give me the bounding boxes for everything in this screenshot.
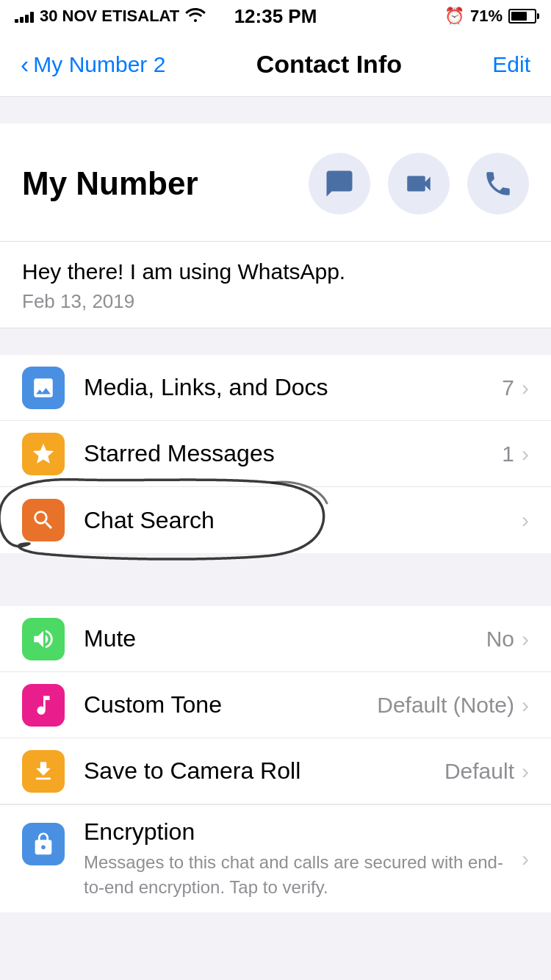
mute-label: Mute — [84, 625, 486, 652]
page-title: Contact Info — [256, 50, 402, 79]
message-button[interactable] — [309, 153, 370, 215]
save-camera-roll-value: Default — [444, 759, 514, 784]
battery-percent: 71% — [470, 7, 503, 26]
carrier-label: 30 NOV ETISALAT — [40, 7, 179, 26]
starred-icon-bg — [22, 433, 65, 475]
lock-icon — [31, 832, 56, 857]
contact-name: My Number — [22, 165, 198, 202]
status-text: Hey there! I am using WhatsApp. — [22, 259, 529, 284]
contact-header: My Number — [0, 123, 551, 242]
encryption-text: Encryption Messages to this chat and cal… — [84, 818, 514, 899]
media-label: Media, Links, and Docs — [84, 374, 502, 401]
starred-item[interactable]: Starred Messages 1 › — [0, 421, 551, 487]
video-button[interactable] — [388, 153, 450, 215]
media-value: 7 — [502, 375, 514, 400]
media-chevron: › — [522, 375, 529, 400]
signal-icon — [15, 10, 34, 23]
status-left: 30 NOV ETISALAT — [15, 6, 206, 26]
starred-value: 1 — [502, 442, 514, 466]
contact-actions — [309, 153, 529, 215]
phone-button[interactable] — [467, 153, 529, 215]
status-date: Feb 13, 2019 — [22, 290, 529, 313]
message-icon — [324, 168, 355, 199]
starred-chevron: › — [522, 442, 529, 466]
battery-icon — [508, 9, 536, 24]
status-right: ⏰ 71% — [444, 7, 536, 26]
encryption-chevron: › — [522, 846, 529, 871]
custom-tone-value: Default (Note) — [377, 693, 514, 718]
back-button[interactable]: ‹ My Number 2 — [21, 50, 165, 79]
chat-search-item[interactable]: Chat Search › — [0, 487, 551, 553]
photo-icon — [31, 375, 56, 400]
encryption-item[interactable]: Encryption Messages to this chat and cal… — [0, 804, 551, 912]
chat-search-icon-bg — [22, 499, 65, 541]
back-label: My Number 2 — [33, 52, 165, 77]
encryption-title: Encryption — [84, 818, 514, 846]
status-bar: 30 NOV ETISALAT 12:35 PM ⏰ 71% — [0, 0, 551, 32]
status-section: Hey there! I am using WhatsApp. Feb 13, … — [0, 242, 551, 328]
menu-group-1: Media, Links, and Docs 7 › Starred Messa… — [0, 355, 551, 553]
mute-icon-bg — [22, 618, 65, 660]
settings-group: Mute No › Custom Tone Default (Note) › S… — [0, 606, 551, 912]
custom-tone-chevron: › — [522, 693, 529, 718]
encryption-icon-bg — [22, 823, 65, 865]
time-label: 12:35 PM — [234, 5, 317, 28]
media-icon-bg — [22, 367, 65, 409]
wifi-icon — [185, 6, 206, 26]
save-camera-roll-item[interactable]: Save to Camera Roll Default › — [0, 738, 551, 804]
mute-item[interactable]: Mute No › — [0, 606, 551, 672]
star-icon — [31, 442, 56, 466]
custom-tone-label: Custom Tone — [84, 691, 377, 718]
mute-value: No — [486, 627, 514, 652]
nav-bar: ‹ My Number 2 Contact Info Edit — [0, 32, 551, 97]
custom-tone-icon-bg — [22, 684, 65, 727]
video-icon — [403, 168, 434, 199]
chat-search-chevron: › — [522, 508, 529, 533]
starred-label: Starred Messages — [84, 440, 502, 467]
phone-icon — [483, 168, 514, 199]
save-camera-roll-icon-bg — [22, 750, 65, 793]
edit-button[interactable]: Edit — [492, 52, 530, 77]
chat-search-label: Chat Search — [84, 507, 522, 534]
download-icon — [31, 759, 56, 784]
section-gap-2 — [0, 553, 551, 580]
mute-chevron: › — [522, 627, 529, 652]
media-item[interactable]: Media, Links, and Docs 7 › — [0, 355, 551, 421]
alarm-icon: ⏰ — [444, 7, 464, 26]
section-gap-1 — [0, 97, 551, 123]
save-camera-roll-chevron: › — [522, 759, 529, 784]
save-camera-roll-label: Save to Camera Roll — [84, 757, 444, 785]
music-icon — [31, 693, 56, 718]
speaker-icon — [31, 627, 56, 652]
encryption-desc: Messages to this chat and calls are secu… — [84, 850, 514, 899]
back-chevron-icon: ‹ — [21, 50, 29, 79]
search-icon — [31, 508, 56, 533]
custom-tone-item[interactable]: Custom Tone Default (Note) › — [0, 672, 551, 738]
